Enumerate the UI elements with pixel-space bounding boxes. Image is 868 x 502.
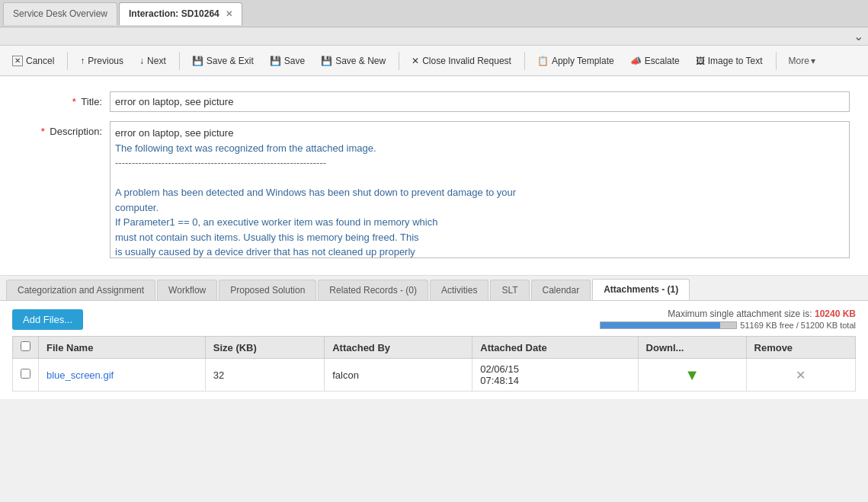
tab-close-icon[interactable]: ✕	[226, 9, 232, 19]
description-row: * Description: error on laptop, see pict…	[18, 121, 850, 258]
row-checkbox[interactable]	[21, 369, 30, 379]
form-area: * Title: * Description: error on laptop,…	[0, 76, 868, 276]
save-new-icon: 💾	[321, 56, 332, 66]
previous-label: Previous	[88, 56, 123, 66]
save-label: Save	[284, 56, 305, 66]
image-to-text-icon: 🖼	[696, 56, 705, 66]
file-link[interactable]: blue_screen.gif	[46, 369, 114, 381]
more-chevron-icon: ▾	[811, 56, 815, 66]
close-invalid-button[interactable]: ✕ Close Invalid Request	[405, 53, 518, 69]
tab-proposed-solution[interactable]: Proposed Solution	[219, 280, 316, 300]
save-exit-label: Save & Exit	[207, 56, 254, 66]
tab-calendar[interactable]: Calendar	[531, 280, 591, 300]
description-textarea-wrap: error on laptop, see picture The followi…	[110, 121, 850, 258]
col-attached-by: Attached By	[325, 337, 472, 359]
save-new-button[interactable]: 💾 Save & New	[315, 53, 392, 69]
image-to-text-button[interactable]: 🖼 Image to Text	[690, 53, 770, 69]
save-new-label: Save & New	[335, 56, 386, 66]
cancel-button[interactable]: ✕ Cancel	[6, 53, 61, 69]
col-filename: File Name	[39, 337, 206, 359]
remove-cell: ✕	[746, 359, 855, 392]
add-files-button[interactable]: Add Files...	[12, 309, 83, 330]
close-invalid-label: Close Invalid Request	[422, 56, 511, 66]
title-label: * Title:	[18, 91, 110, 107]
escalate-button[interactable]: 📣 Escalate	[624, 53, 687, 69]
desc-line-8: must not contain such items. Usually thi…	[115, 230, 844, 245]
desc-line-2: The following text was recognized from t…	[115, 141, 844, 156]
download-icon[interactable]: ▼	[684, 366, 700, 384]
desc-line-6: computer.	[115, 200, 844, 216]
desc-line-5: A problem has been detected and Windows …	[115, 185, 844, 200]
description-required-star: *	[41, 126, 45, 137]
storage-bar-wrap: 51169 KB free / 51200 KB total	[600, 321, 856, 330]
storage-info: Maximum single attachment size is: 10240…	[600, 309, 856, 330]
next-label: Next	[147, 56, 166, 66]
next-button[interactable]: ↓ Next	[133, 53, 173, 69]
sep2	[179, 52, 180, 70]
attachments-header: Add Files... Maximum single attachment s…	[12, 309, 856, 330]
title-input[interactable]	[110, 91, 850, 112]
tab-service-desk-overview[interactable]: Service Desk Overview	[3, 2, 117, 25]
attachments-table: File Name Size (KB) Attached By Attached…	[12, 336, 856, 392]
desc-line-9: is usually caused by a device driver tha…	[115, 245, 844, 258]
sep1	[67, 52, 68, 70]
storage-max-value: 10240 KB	[815, 309, 856, 319]
tab-slt[interactable]: SLT	[490, 280, 529, 300]
tab-attachments[interactable]: Attachments - (1)	[592, 279, 690, 300]
toolbar: ✕ Cancel ↑ Previous ↓ Next 💾 Save & Exit…	[0, 46, 868, 76]
tab-service-desk-label: Service Desk Overview	[13, 8, 107, 19]
previous-button[interactable]: ↑ Previous	[74, 53, 130, 69]
attached-date-cell: 02/06/15 07:48:14	[472, 359, 638, 392]
save-exit-button[interactable]: 💾 Save & Exit	[186, 53, 261, 69]
row-checkbox-cell	[13, 359, 39, 392]
storage-line1: Maximum single attachment size is: 10240…	[600, 309, 856, 319]
save-exit-icon: 💾	[192, 56, 203, 66]
more-button[interactable]: More ▾	[783, 53, 822, 69]
sep3	[399, 52, 399, 70]
title-row: * Title:	[18, 91, 850, 112]
desc-line-4	[115, 171, 844, 186]
sep4	[524, 52, 525, 70]
desc-line-7: If Parameter1 == 0, an executive worker …	[115, 215, 844, 230]
tab-interaction-sd10264[interactable]: Interaction: SD10264 ✕	[119, 2, 242, 25]
table-row: blue_screen.gif 32 falcon 02/06/15 07:48…	[13, 359, 856, 392]
desc-line-3: ----------------------------------------…	[115, 155, 844, 171]
apply-template-icon: 📋	[537, 56, 549, 66]
top-tab-bar: Service Desk Overview Interaction: SD102…	[0, 0, 868, 27]
apply-template-button[interactable]: 📋 Apply Template	[531, 53, 621, 69]
tab-interaction-label: Interaction: SD10264	[129, 8, 219, 19]
desc-line-1: error on laptop, see picture	[115, 126, 844, 141]
next-icon: ↓	[139, 56, 144, 66]
chevron-down-button[interactable]: ⌄	[854, 29, 863, 43]
table-header-row: File Name Size (KB) Attached By Attached…	[13, 337, 856, 359]
col-attached-date: Attached Date	[472, 337, 638, 359]
title-required-star: *	[72, 96, 76, 107]
col-download: Downl...	[638, 337, 746, 359]
chevron-down-icon: ⌄	[854, 30, 863, 43]
tab-activities[interactable]: Activities	[430, 280, 488, 300]
tab-related-records[interactable]: Related Records - (0)	[318, 280, 428, 300]
attached-by-cell: falcon	[325, 359, 472, 392]
select-all-checkbox[interactable]	[21, 341, 30, 351]
storage-bar-text: 51169 KB free / 51200 KB total	[740, 321, 856, 330]
add-files-label: Add Files...	[23, 314, 72, 325]
cancel-icon: ✕	[12, 56, 23, 66]
close-invalid-icon: ✕	[412, 56, 419, 66]
tab-workflow[interactable]: Workflow	[157, 280, 217, 300]
storage-bar-bg	[600, 321, 737, 329]
tab-categorization[interactable]: Categorization and Assignment	[6, 280, 155, 300]
apply-template-label: Apply Template	[552, 56, 614, 66]
file-size-cell: 32	[205, 359, 324, 392]
more-label: More	[789, 56, 809, 66]
sep5	[776, 52, 777, 70]
description-textarea[interactable]: error on laptop, see picture The followi…	[110, 121, 850, 258]
file-name-cell: blue_screen.gif	[39, 359, 206, 392]
chevron-bar: ⌄	[0, 27, 868, 46]
save-button[interactable]: 💾 Save	[264, 53, 312, 69]
col-remove: Remove	[746, 337, 855, 359]
bottom-tab-bar: Categorization and Assignment Workflow P…	[0, 279, 868, 301]
previous-icon: ↑	[80, 56, 85, 66]
remove-icon[interactable]: ✕	[796, 368, 806, 382]
image-to-text-label: Image to Text	[708, 56, 763, 66]
col-checkbox	[13, 337, 39, 359]
